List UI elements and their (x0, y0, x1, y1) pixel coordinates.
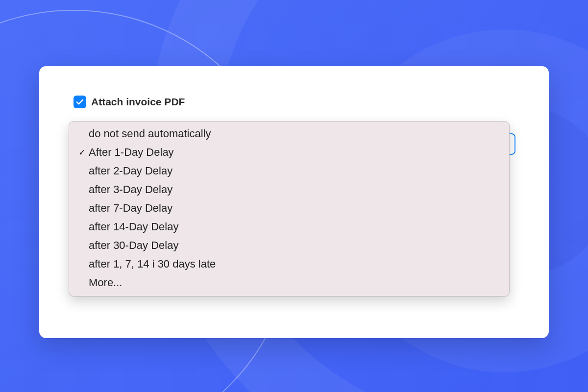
option-label: More... (88, 276, 122, 289)
check-icon (75, 98, 84, 106)
card-content: Attach invoice PDF (74, 96, 519, 120)
option-label: after 30-Day Delay (88, 239, 178, 252)
attach-pdf-checkbox[interactable] (74, 96, 86, 108)
selected-check-icon: ✓ (76, 147, 88, 158)
option-label: after 1, 7, 14 i 30 days late (88, 258, 216, 270)
attach-pdf-label: Attach invoice PDF (91, 96, 185, 108)
option-label: after 2-Day Delay (88, 165, 172, 177)
delay-dropdown-menu: do not send automatically ✓ After 1-Day … (69, 121, 510, 296)
option-label: after 3-Day Delay (88, 183, 172, 196)
delay-option-3-day[interactable]: after 3-Day Delay (69, 180, 509, 199)
attach-pdf-row: Attach invoice PDF (74, 96, 519, 108)
delay-option-14-day[interactable]: after 14-Day Delay (69, 218, 509, 236)
delay-option-7-day[interactable]: after 7-Day Delay (69, 199, 509, 218)
option-label: After 1-Day Delay (88, 146, 174, 159)
delay-option-1-day[interactable]: ✓ After 1-Day Delay (69, 143, 509, 162)
delay-option-30-day[interactable]: after 30-Day Delay (69, 236, 509, 255)
delay-option-multi[interactable]: after 1, 7, 14 i 30 days late (69, 255, 509, 273)
option-label: after 7-Day Delay (88, 202, 172, 215)
delay-option-more[interactable]: More... (69, 273, 509, 292)
delay-option-2-day[interactable]: after 2-Day Delay (69, 162, 509, 180)
delay-option-do-not-send[interactable]: do not send automatically (69, 124, 509, 143)
settings-card: Attach invoice PDF ⌄ do not send automat… (39, 66, 549, 338)
option-label: after 14-Day Delay (88, 220, 178, 233)
option-label: do not send automatically (88, 127, 211, 140)
